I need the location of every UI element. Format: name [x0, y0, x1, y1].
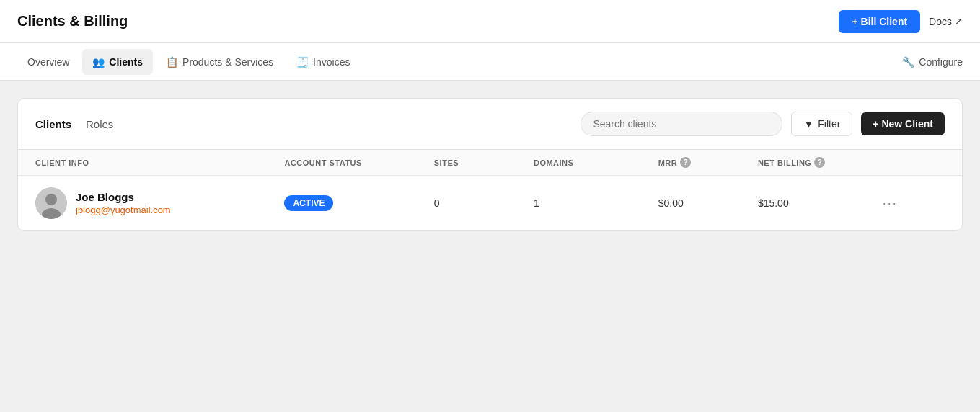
- client-name: Joe Bloggs: [76, 191, 171, 203]
- avatar: [35, 187, 67, 219]
- col-sites: SITES: [434, 157, 534, 168]
- client-info-cell: Joe Bloggs jblogg@yugotmail.com: [35, 187, 284, 219]
- tab-products-services[interactable]: 📋 Products & Services: [156, 49, 283, 75]
- top-bar: Clients & Billing + Bill Client Docs ↗: [0, 0, 980, 43]
- tab-invoices[interactable]: 🧾 Invoices: [286, 49, 360, 75]
- top-bar-actions: + Bill Client Docs ↗: [839, 10, 963, 33]
- clients-icon: 👥: [92, 56, 105, 68]
- net-billing-cell: $15.00: [758, 197, 883, 209]
- main-card: Clients Roles ▼ Filter + New Client CLIE…: [17, 98, 963, 231]
- tab-products-label: Products & Services: [182, 56, 273, 68]
- net-billing-info-icon: ?: [814, 157, 825, 168]
- tab-invoices-label: Invoices: [313, 56, 350, 68]
- external-link-icon: ↗: [955, 16, 963, 27]
- col-account-status: ACCOUNT STATUS: [284, 157, 433, 168]
- client-email: jblogg@yugotmail.com: [76, 205, 171, 215]
- filter-icon: ▼: [803, 118, 813, 130]
- clients-tab[interactable]: Clients: [35, 118, 71, 130]
- search-input[interactable]: [581, 112, 782, 136]
- wrench-icon: 🔧: [902, 56, 914, 68]
- mrr-info-icon: ?: [680, 157, 691, 168]
- tab-clients[interactable]: 👥 Clients: [82, 49, 153, 75]
- products-icon: 📋: [166, 56, 178, 68]
- table-header: CLIENT INFO ACCOUNT STATUS SITES DOMAINS…: [18, 150, 962, 176]
- filter-button[interactable]: ▼ Filter: [791, 112, 852, 136]
- col-client-info: CLIENT INFO: [35, 157, 284, 168]
- col-actions: [883, 157, 945, 168]
- col-mrr: MRR ?: [658, 157, 758, 168]
- toolbar-tabs: Clients Roles: [35, 118, 572, 130]
- tab-overview[interactable]: Overview: [17, 49, 79, 75]
- domains-cell: 1: [534, 197, 658, 209]
- docs-button[interactable]: Docs ↗: [929, 16, 963, 27]
- card-toolbar: Clients Roles ▼ Filter + New Client: [18, 99, 962, 150]
- svg-point-1: [45, 194, 57, 205]
- table-row: Joe Bloggs jblogg@yugotmail.com ACTIVE 0…: [18, 176, 962, 230]
- page-content: Clients Roles ▼ Filter + New Client CLIE…: [0, 81, 980, 248]
- account-status-cell: ACTIVE: [284, 195, 433, 211]
- nav-bar: Overview 👥 Clients 📋 Products & Services…: [0, 43, 980, 81]
- tab-clients-label: Clients: [109, 56, 143, 68]
- tab-overview-label: Overview: [27, 56, 69, 68]
- roles-tab[interactable]: Roles: [86, 118, 113, 130]
- row-actions-button[interactable]: ···: [883, 196, 945, 211]
- invoices-icon: 🧾: [296, 56, 309, 68]
- sites-cell: 0: [434, 197, 534, 209]
- new-client-button[interactable]: + New Client: [861, 112, 945, 135]
- page-title: Clients & Billing: [17, 13, 128, 30]
- col-domains: DOMAINS: [534, 157, 658, 168]
- nav-tabs: Overview 👥 Clients 📋 Products & Services…: [17, 43, 360, 80]
- mrr-cell: $0.00: [658, 197, 758, 209]
- client-details: Joe Bloggs jblogg@yugotmail.com: [76, 191, 171, 215]
- status-badge: ACTIVE: [284, 195, 333, 211]
- col-net-billing: NET BILLING ?: [758, 157, 883, 168]
- search-wrapper: [581, 112, 782, 136]
- bill-client-button[interactable]: + Bill Client: [839, 10, 920, 33]
- configure-button[interactable]: 🔧 Configure: [902, 56, 963, 68]
